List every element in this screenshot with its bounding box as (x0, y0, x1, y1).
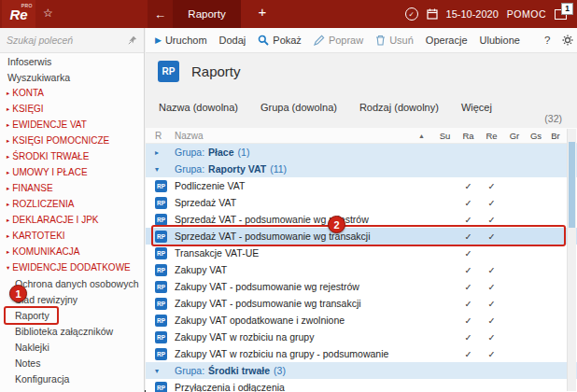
sidebar-item-label: EWIDENCJE DODATKOWE (12, 262, 130, 273)
report-row[interactable]: RP Sprzedaż VAT ✓ ✓ (146, 194, 577, 211)
sidebar-item-ewidencje-dodatkowe[interactable]: ▾EWIDENCJE DODATKOWE (0, 259, 144, 275)
report-name-cell: Transakcje VAT-UE (175, 247, 418, 259)
show-button[interactable]: Pokaż (258, 35, 302, 46)
favorites-menu[interactable]: Ulubione (480, 35, 520, 46)
report-row[interactable]: RP Zakupy VAT w rozbiciu na grupy ✓ ✓ (146, 329, 577, 345)
filter-more[interactable]: Więcej (461, 102, 492, 113)
results-count: (32) (544, 113, 562, 124)
sidebar-item-label: FINANSE (12, 183, 52, 193)
group-row-place[interactable]: ▸ Grupa:Płace(1) (146, 144, 577, 161)
tab-raporty[interactable]: Raporty (173, 0, 241, 28)
column-header-nazwa[interactable]: Nazwa (175, 131, 418, 141)
sidebar-item-notes[interactable]: Notes (0, 355, 144, 371)
sidebar-item-biblioteka-zalacznikow[interactable]: Biblioteka załączników (0, 323, 144, 339)
column-header-gs[interactable]: Gs (526, 131, 546, 141)
chevron-right-icon: ▸ (7, 232, 9, 240)
report-row[interactable]: RP Transakcje VAT-UE ✓ (146, 245, 577, 261)
date-display[interactable]: 15-10-2020 (446, 8, 499, 20)
report-name-cell: Zakupy VAT opodatkowane i zwolnione (175, 315, 418, 326)
report-row[interactable]: RP Sprzedaż VAT - podsumowanie wg rejest… (146, 211, 577, 228)
vertical-scrollbar[interactable] (567, 129, 576, 391)
sidebar-item-label: ŚRODKI TRWAŁE (12, 151, 89, 161)
column-header-su[interactable]: Su (433, 131, 457, 141)
filter-type[interactable]: Rodzaj (dowolny) (359, 102, 439, 113)
pin-icon[interactable] (128, 35, 137, 45)
back-arrow-icon: ← (154, 7, 166, 21)
back-button[interactable]: ← (148, 0, 173, 28)
report-rp-icon: RP (155, 298, 167, 310)
report-rp-icon: RP (155, 197, 167, 209)
column-header-r[interactable]: R (146, 131, 175, 141)
scrollbar-thumb[interactable] (569, 142, 575, 228)
report-row[interactable]: RP Zakupy VAT opodatkowane i zwolnione ✓… (146, 312, 577, 329)
sidebar-item-ksiegi[interactable]: ▸KSIĘGI (0, 101, 144, 117)
report-row[interactable]: RP Przyłączenia i odłączenia (146, 379, 577, 392)
sidebar-item-umowy-i-place[interactable]: ▸UMOWY I PŁACE (0, 164, 144, 180)
check-re: ✓ (480, 332, 503, 343)
sidebar-item-naklejki[interactable]: Naklejki (0, 339, 144, 355)
play-icon: ▶ (155, 35, 162, 45)
sidebar-item-konta[interactable]: ▸KONTA (0, 85, 144, 101)
group-row-raporty-vat[interactable]: ▾ Grupa:Raporty VAT(11) (146, 161, 577, 177)
report-name-cell: Zakupy VAT - podsumowanie wg rejestrów (175, 281, 418, 292)
star-icon[interactable]: ☆ (43, 7, 53, 20)
report-name: Podliczenie VAT (175, 180, 245, 191)
sidebar-item-konfiguracja[interactable]: Konfiguracja (0, 371, 144, 386)
chevron-right-icon: ▸ (7, 217, 9, 224)
search-input[interactable] (7, 35, 124, 46)
new-tab-button[interactable]: + (252, 4, 273, 20)
sidebar-item-srodki-trwale[interactable]: ▸ŚRODKI TRWAŁE (0, 148, 144, 164)
sidebar-item-slad-rewizyjny[interactable]: Ślad rewizyjny (0, 291, 144, 307)
app-logo[interactable]: Re PRO (2, 0, 35, 28)
sidebar-item-infoserwis[interactable]: Infoserwis (0, 53, 144, 69)
chevron-down-icon[interactable]: ▾ (155, 165, 159, 174)
column-header-gr[interactable]: Gr (503, 131, 526, 141)
open-windows-icon[interactable]: 1 (555, 9, 567, 20)
report-name: Sprzedaż VAT (175, 197, 236, 208)
report-row[interactable]: RP Zakupy VAT w rozbiciu na grupy - pods… (146, 345, 577, 362)
status-check-icon[interactable]: ✓ (405, 7, 418, 21)
filter-group[interactable]: Grupa (dowolna) (260, 102, 337, 113)
check-ra: ✓ (457, 198, 480, 208)
report-row[interactable]: RP Zakupy VAT - podsumowanie wg transakc… (146, 295, 577, 312)
filter-name[interactable]: Nazwa (dowolna) (159, 102, 238, 113)
column-header-re[interactable]: Re (480, 131, 503, 141)
column-header-br[interactable]: Br (546, 131, 565, 141)
sidebar-item-finanse[interactable]: ▸FINANSE (0, 180, 144, 196)
edit-button[interactable]: Popraw (314, 35, 363, 46)
app-window: Re PRO ☆ ← Raporty + ✓ 15-10-2020 POMOC … (0, 0, 577, 392)
add-button[interactable]: Dodaj (219, 35, 246, 46)
delete-button[interactable]: Usuń (375, 35, 414, 46)
help-menu[interactable]: POMOC (507, 8, 546, 20)
show-label: Pokaż (273, 35, 302, 46)
sidebar-item-raporty[interactable]: Raporty (0, 307, 144, 323)
chevron-right-icon[interactable]: ▸ (155, 148, 159, 157)
sidebar-item-wyszukiwarka[interactable]: Wyszukiwarka (0, 69, 144, 85)
run-button[interactable]: ▶Uruchom (155, 35, 207, 46)
reports-table: R Nazwa ▲ Su Ra Re Gr Gs Br ▸ Grupa:Płac… (146, 128, 577, 392)
sidebar-item-komunikacja[interactable]: ▸KOMUNIKACJA (0, 244, 144, 259)
report-row[interactable]: RP Zakupy VAT ✓ ✓ (146, 261, 577, 278)
sort-asc-icon[interactable]: ▲ (418, 133, 433, 139)
chevron-down-icon: ▾ (7, 264, 9, 272)
sidebar-item-ksiegi-pomocnicze[interactable]: ▸KSIĘGI POMOCNICZE (0, 133, 144, 148)
group-row-srodki-trwale[interactable]: ▾ Grupa:Środki trwałe(3) (146, 362, 577, 379)
settings-button[interactable] (562, 35, 573, 46)
operations-menu[interactable]: Operacje (426, 35, 468, 46)
titlebar-right-group: ✓ 15-10-2020 POMOC 1 (405, 0, 570, 28)
column-header-ra[interactable]: Ra (457, 131, 480, 141)
group-prefix: Grupa: (175, 365, 204, 376)
sidebar-item-label: EWIDENCJE VAT (12, 119, 87, 130)
sidebar-item-ewidencje-vat[interactable]: ▸EWIDENCJE VAT (0, 117, 144, 133)
sidebar-item-rozliczenia[interactable]: ▸ROZLICZENIA (0, 196, 144, 212)
help-button[interactable]: ? (544, 35, 550, 46)
report-name-cell: Zakupy VAT (175, 264, 418, 275)
report-row-selected[interactable]: RP Sprzedaż VAT - podsumowanie wg transa… (146, 228, 577, 245)
report-row[interactable]: RP Zakupy VAT - podsumowanie wg rejestró… (146, 278, 577, 295)
report-row[interactable]: RP Podliczenie VAT ✓ ✓ (146, 177, 577, 194)
chevron-down-icon[interactable]: ▾ (155, 367, 159, 375)
sidebar-item-ochrona-danych[interactable]: Ochrona danych osobowych (0, 275, 144, 291)
question-mark-icon: ? (544, 35, 550, 46)
sidebar-item-deklaracje-i-jpk[interactable]: ▸DEKLARACJE I JPK (0, 212, 144, 228)
sidebar-item-kartoteki[interactable]: ▸KARTOTEKI (0, 228, 144, 244)
